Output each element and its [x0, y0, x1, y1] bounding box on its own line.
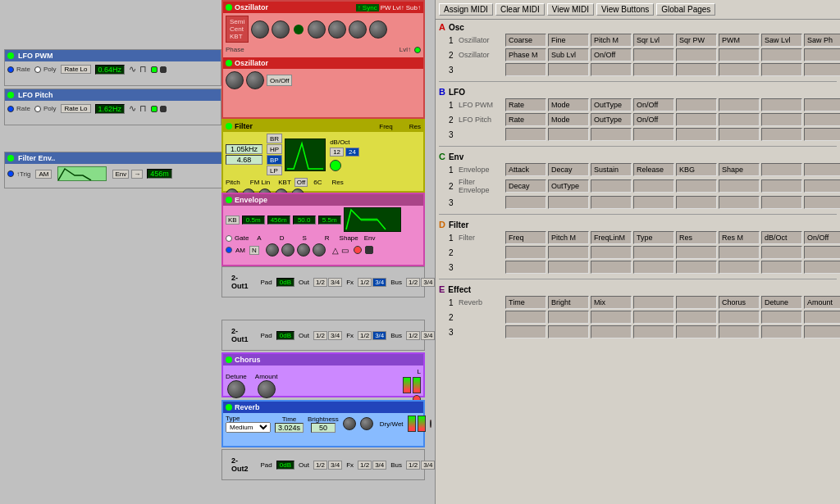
env-kb-btn[interactable]: KB	[226, 216, 240, 225]
lfo-pitch-poly-radio[interactable]	[34, 106, 41, 112]
env-n-btn[interactable]: N	[249, 246, 259, 255]
reverb-time-val[interactable]: 3.024s	[275, 423, 304, 433]
bot-out1-bus12[interactable]: 1/2	[406, 331, 420, 340]
filter-freq-val[interactable]: 1.05kHz	[226, 144, 262, 154]
lfo-pwm-wave-sq[interactable]: ⊓	[139, 64, 147, 75]
osc-knob6[interactable]	[369, 20, 387, 39]
view-midi-btn[interactable]: View MIDI	[547, 3, 594, 16]
section-e-r1-c7[interactable]: Detune	[761, 296, 802, 309]
section-b-r2-c2[interactable]: Mode	[548, 113, 589, 126]
filter-kbt-off[interactable]: Off	[294, 178, 308, 187]
section-d-r1-c3[interactable]: FreqLinM	[591, 231, 632, 244]
filter-24-btn[interactable]: 24	[345, 148, 359, 157]
filter-12-btn[interactable]: 12	[330, 148, 344, 157]
lfo-pwm-poly-radio[interactable]	[34, 66, 41, 73]
osc-sync-slider[interactable]: ↑ Sync	[356, 4, 379, 11]
section-b-r1-c3[interactable]: OutType	[591, 98, 632, 111]
bot-out1-12[interactable]: 1/2	[313, 331, 327, 340]
bot-out1-34[interactable]: 3/4	[328, 331, 342, 340]
section-d-r1-c1[interactable]: Freq	[505, 231, 546, 244]
out1-fx-12[interactable]: 1/2	[358, 278, 372, 287]
filter-bp-btn[interactable]: BP	[267, 155, 282, 165]
filter-env-trig-radio[interactable]	[7, 170, 14, 177]
section-a-r1-c4[interactable]: Sqr Lvl	[633, 34, 674, 47]
section-b-r1-c1[interactable]: Rate	[505, 98, 546, 111]
env-knob-s[interactable]	[297, 243, 310, 257]
osc-knob5[interactable]	[349, 20, 367, 39]
section-a-r1-c7[interactable]: Saw Lvl	[761, 34, 802, 47]
osc-knob2[interactable]	[272, 20, 290, 39]
osc2-knob2[interactable]	[246, 71, 264, 89]
bot-out1-fx12[interactable]: 1/2	[358, 331, 372, 340]
section-a-r1-c1[interactable]: Coarse	[505, 34, 546, 47]
env-knob-d[interactable]	[281, 243, 294, 257]
out2-bus34[interactable]: 3/4	[421, 461, 435, 470]
lfo-pitch-rate-lo-btn[interactable]: Rate Lo	[61, 104, 90, 113]
env-knob-a[interactable]	[266, 243, 279, 257]
section-a-r1-c6[interactable]: PWM	[719, 34, 760, 47]
env-gate-radio[interactable]	[226, 235, 232, 242]
section-b-r1-c2[interactable]: Mode	[548, 98, 589, 111]
section-a-r1-c2[interactable]: Fine	[548, 34, 589, 47]
osc2-on-off-btn[interactable]: On/Off	[267, 75, 292, 86]
out1-bus-34[interactable]: 3/4	[421, 278, 435, 287]
env-am-radio[interactable]	[226, 247, 232, 253]
osc-knob1[interactable]	[251, 20, 269, 39]
env-shape-tri[interactable]: △	[332, 246, 339, 255]
section-c-r1-c3[interactable]: Sustain	[591, 163, 632, 176]
section-c-r1-c5[interactable]: KBG	[676, 163, 717, 176]
filter-hp-btn[interactable]: HP	[267, 144, 282, 154]
section-e-r1-c2[interactable]: Bright	[548, 296, 589, 309]
section-a-r2-c1[interactable]: Phase M	[505, 48, 546, 61]
out2-12[interactable]: 1/2	[313, 461, 327, 470]
out1-fx-34[interactable]: 3/4	[372, 278, 386, 287]
section-c-r2-c1[interactable]: Decay	[505, 179, 546, 193]
out1-12-btn[interactable]: 1/2	[313, 278, 327, 287]
clear-midi-btn[interactable]: Clear MIDI	[495, 3, 545, 16]
section-b-r2-c3[interactable]: OutType	[591, 113, 632, 126]
section-b-r1-c4[interactable]: On/Off	[633, 98, 674, 111]
bot-out1-bus34[interactable]: 3/4	[421, 331, 435, 340]
section-d-r1-c7[interactable]: dB/Oct	[761, 231, 802, 244]
lfo-pitch-wave-sin[interactable]: ∿	[129, 103, 136, 114]
reverb-knob2[interactable]	[360, 417, 373, 430]
env-knob-r[interactable]	[313, 243, 326, 257]
section-c-r2-c2[interactable]: OutType	[548, 179, 589, 193]
filter-env-arrow[interactable]: →	[131, 170, 143, 179]
section-e-r1-c3[interactable]: Mix	[591, 296, 632, 309]
osc-knob4[interactable]	[328, 20, 346, 39]
lfo-pwm-rate-radio[interactable]	[7, 66, 14, 73]
reverb-knob1[interactable]	[343, 417, 356, 430]
section-d-r1-c8[interactable]: On/Off	[804, 231, 840, 244]
view-buttons-btn[interactable]: View Buttons	[596, 3, 654, 16]
section-c-r1-c4[interactable]: Release	[633, 163, 674, 176]
global-pages-btn[interactable]: Global Pages	[656, 3, 715, 16]
chorus-detune-knob[interactable]	[227, 380, 245, 398]
reverb-type-select[interactable]: Medium Small Large	[226, 422, 271, 433]
section-a-r1-c5[interactable]: Sqr PW	[676, 34, 717, 47]
filter-lp-btn[interactable]: LP	[267, 166, 282, 175]
section-d-r1-c4[interactable]: Type	[633, 231, 674, 244]
section-d-r1-c2[interactable]: Pitch M	[548, 231, 589, 244]
out2-bus12[interactable]: 1/2	[406, 461, 420, 470]
section-e-r1-c8[interactable]: Amount	[804, 296, 840, 309]
lfo-pwm-wave-sin[interactable]: ∿	[129, 64, 136, 75]
section-a-r1-c3[interactable]: Pitch M	[591, 34, 632, 47]
section-c-r1-c6[interactable]: Shape	[719, 163, 760, 176]
section-b-r2-c1[interactable]: Rate	[505, 113, 546, 126]
filter-res-val[interactable]: 4.68	[226, 155, 262, 165]
out2-34[interactable]: 3/4	[328, 461, 342, 470]
section-a-r1-c8[interactable]: Saw Ph	[804, 34, 840, 47]
section-a-r2-c2[interactable]: Sub Lvl	[548, 48, 589, 61]
assign-midi-btn[interactable]: Assign MIDI	[439, 3, 493, 16]
out2-fx34[interactable]: 3/4	[372, 461, 386, 470]
osc2-knob1[interactable]	[226, 71, 244, 89]
section-c-r1-c1[interactable]: Attack	[505, 163, 546, 176]
section-b-r2-c4[interactable]: On/Off	[633, 113, 674, 126]
out1-34-btn[interactable]: 3/4	[328, 278, 342, 287]
out1-bus-12[interactable]: 1/2	[406, 278, 420, 287]
section-a-r2-c3[interactable]: On/Off	[591, 48, 632, 61]
env-shape-sq[interactable]: ▭	[341, 246, 349, 255]
section-e-r1-c1[interactable]: Time	[505, 296, 546, 309]
lfo-pwm-rate-lo-btn[interactable]: Rate Lo	[61, 65, 90, 74]
